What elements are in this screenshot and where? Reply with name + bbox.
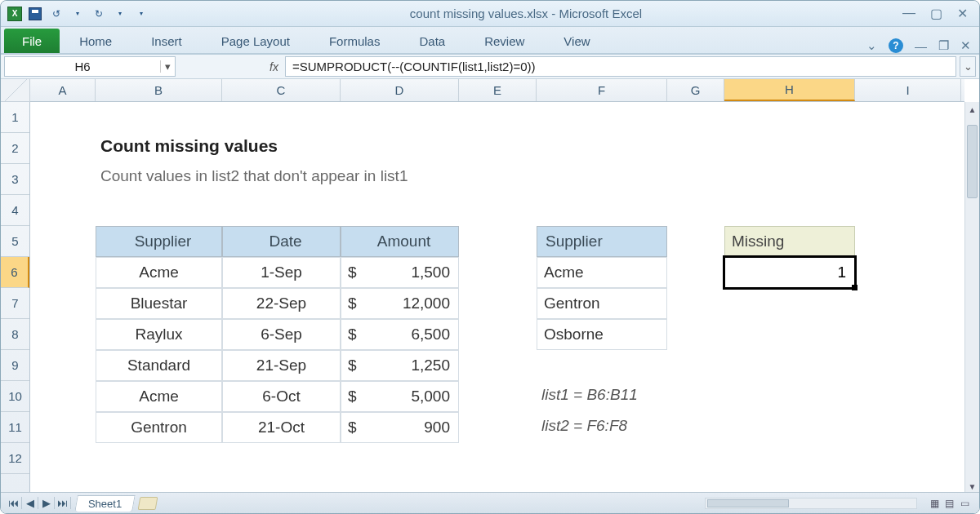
col-header-d[interactable]: D	[341, 79, 459, 101]
qat-customize[interactable]: ▾	[133, 6, 149, 22]
row-header-9[interactable]: 9	[1, 350, 29, 381]
cell-b6: Acme	[96, 257, 222, 288]
col-header-c[interactable]: C	[222, 79, 341, 101]
cell-d6: $1,500	[341, 257, 459, 288]
redo-dropdown[interactable]: ▾	[112, 6, 128, 22]
cell-h6-value: 1	[837, 264, 846, 281]
cell-h5-header: Missing	[724, 226, 855, 257]
select-all-corner[interactable]	[1, 79, 30, 102]
save-icon	[29, 7, 42, 20]
col-header-i[interactable]: I	[855, 79, 961, 101]
row-header-6[interactable]: 6	[1, 257, 29, 288]
cell-d11: $900	[341, 412, 459, 443]
cell-c10: 6-Oct	[222, 381, 341, 412]
tab-page-layout[interactable]: Page Layout	[221, 34, 290, 53]
active-cell-h6[interactable]: 1	[723, 255, 857, 290]
cell-b10: Acme	[96, 381, 222, 412]
tab-formulas[interactable]: Formulas	[329, 34, 381, 53]
tab-data[interactable]: Data	[419, 34, 445, 53]
sheet-tab-sheet1[interactable]: Sheet1	[74, 495, 136, 512]
help-icon[interactable]: ?	[889, 38, 903, 53]
file-tab[interactable]: File	[4, 29, 60, 53]
new-sheet-button[interactable]	[138, 497, 158, 510]
row-header-12[interactable]: 12	[1, 443, 29, 474]
tab-home[interactable]: Home	[79, 34, 112, 53]
row-header-11[interactable]: 11	[1, 412, 29, 443]
column-headers: A B C D E F G H I	[30, 79, 964, 102]
formula-text: =SUMPRODUCT(--(COUNTIF(list1,list2)=0))	[292, 60, 536, 73]
insert-function-button[interactable]: fx	[270, 60, 278, 73]
view-mode-icons: ▦ ▤ ▭	[929, 497, 971, 509]
pagebreak-view-icon[interactable]: ▭	[960, 498, 969, 509]
cell-c11: 21-Oct	[222, 412, 341, 443]
pagelayout-view-icon[interactable]: ▤	[945, 498, 954, 509]
worksheet-grid[interactable]: A B C D E F G H I 1 2 3 4 5 6 7 8 9 10 1…	[1, 79, 979, 494]
col-header-h[interactable]: H	[724, 79, 855, 101]
cells-area[interactable]: Count missing values Count values in lis…	[30, 102, 964, 494]
vertical-scrollbar[interactable]: ▲ ▼	[964, 102, 979, 494]
ribbon: File Home Insert Page Layout Formulas Da…	[1, 27, 979, 55]
sheet-nav-next[interactable]: ▶	[38, 497, 55, 509]
col-header-a[interactable]: A	[30, 79, 96, 101]
formula-bar-buttons: fx	[179, 55, 285, 78]
cell-d9: $1,250	[341, 350, 459, 381]
row-header-4[interactable]: 4	[1, 195, 29, 226]
tab-insert[interactable]: Insert	[151, 34, 182, 53]
undo-button[interactable]: ↺	[48, 6, 65, 22]
undo-dropdown[interactable]: ▾	[69, 6, 86, 22]
tab-review[interactable]: Review	[484, 34, 524, 53]
row-header-3[interactable]: 3	[1, 164, 29, 195]
close-button[interactable]: ✕	[957, 6, 968, 21]
hscroll-thumb[interactable]	[707, 499, 789, 507]
workbook-restore-button[interactable]: ❐	[938, 38, 949, 53]
cell-b11: Gentron	[96, 412, 222, 443]
horizontal-scrollbar[interactable]	[705, 498, 917, 509]
sheet-nav: ⏮ ◀ ▶ ⏭	[6, 497, 71, 509]
ribbon-expand-icon[interactable]: ⌄	[866, 38, 877, 53]
formula-bar-expand-icon[interactable]: ⌄	[960, 56, 976, 77]
col-header-b[interactable]: B	[96, 79, 222, 101]
col-header-f[interactable]: F	[537, 79, 667, 101]
cell-d8: $6,500	[341, 319, 459, 350]
cell-d10: $5,000	[341, 381, 459, 412]
sheet-nav-first[interactable]: ⏮	[6, 497, 22, 509]
normal-view-icon[interactable]: ▦	[930, 498, 939, 509]
cell-b3-subtitle: Count values in list2 that don't appear …	[100, 167, 408, 185]
scroll-up-icon[interactable]: ▲	[965, 102, 979, 117]
save-button[interactable]	[27, 6, 43, 22]
cell-f11-note: list2 = F6:F8	[541, 417, 627, 435]
cell-c8: 6-Sep	[222, 319, 341, 350]
sheet-nav-prev[interactable]: ◀	[22, 497, 38, 509]
maximize-button[interactable]: ▢	[930, 6, 942, 21]
cell-f10-note: list1 = B6:B11	[541, 386, 638, 404]
minimize-button[interactable]: —	[902, 6, 915, 21]
cell-c9: 21-Sep	[222, 350, 341, 381]
name-box-dropdown-icon[interactable]: ▾	[160, 60, 175, 73]
sheet-nav-last[interactable]: ⏭	[55, 497, 71, 509]
row-header-1[interactable]: 1	[1, 102, 29, 133]
scroll-thumb[interactable]	[967, 125, 978, 198]
workbook-close-button[interactable]: ✕	[960, 38, 971, 53]
cell-b2-title: Count missing values	[100, 136, 278, 156]
name-box[interactable]: H6 ▾	[4, 56, 176, 77]
col-header-e[interactable]: E	[459, 79, 537, 101]
row-header-7[interactable]: 7	[1, 288, 29, 319]
row-headers: 1 2 3 4 5 6 7 8 9 10 11 12	[1, 102, 30, 494]
cell-d7: $12,000	[341, 288, 459, 319]
tab-view[interactable]: View	[564, 34, 590, 53]
workbook-minimize-button[interactable]: —	[915, 39, 927, 53]
cell-b9: Standard	[96, 350, 222, 381]
row-header-8[interactable]: 8	[1, 319, 29, 350]
row-header-5[interactable]: 5	[1, 226, 29, 257]
col-header-g[interactable]: G	[667, 79, 724, 101]
cell-f8: Osborne	[537, 319, 667, 350]
formula-bar[interactable]: =SUMPRODUCT(--(COUNTIF(list1,list2)=0))	[285, 56, 956, 77]
row-header-10[interactable]: 10	[1, 381, 29, 412]
row-header-2[interactable]: 2	[1, 133, 29, 164]
quick-access-toolbar: ↺ ▾ ↻ ▾ ▾	[7, 6, 149, 22]
cell-d5-header: Amount	[341, 226, 459, 257]
sheet-tab-label: Sheet1	[88, 498, 122, 510]
cell-f6: Acme	[537, 257, 667, 288]
redo-button[interactable]: ↻	[91, 6, 107, 22]
cell-f7: Gentron	[537, 288, 667, 319]
